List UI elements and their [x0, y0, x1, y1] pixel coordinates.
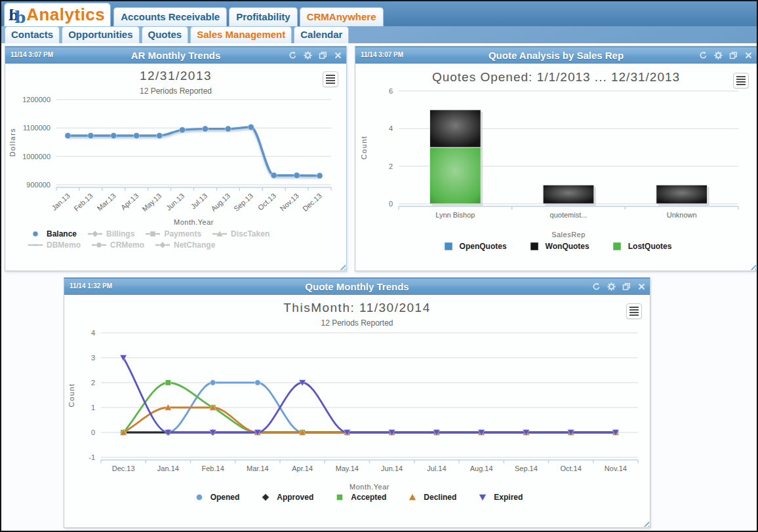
- popout-button[interactable]: [622, 282, 631, 291]
- svg-text:0: 0: [389, 200, 393, 208]
- svg-text:1200000: 1200000: [22, 96, 50, 104]
- legend-label: LostQuotes: [628, 242, 672, 251]
- refresh-icon: [699, 51, 708, 60]
- svg-text:quotemist...: quotemist...: [550, 211, 588, 219]
- legend-item-billings[interactable]: Billings: [87, 229, 134, 238]
- close-button[interactable]: [637, 282, 646, 291]
- square-legend-marker-icon: [145, 229, 161, 238]
- tab-contacts[interactable]: Contacts: [5, 26, 60, 43]
- square-legend-marker-icon: [527, 242, 542, 251]
- refresh-icon: [592, 282, 601, 291]
- legend-item-wonquotes[interactable]: WonQuotes: [527, 242, 589, 251]
- triangle-down-legend-marker-icon: [475, 493, 490, 502]
- settings-icon: [714, 51, 723, 60]
- legend-item-netchange[interactable]: NetChange: [155, 240, 215, 250]
- svg-text:May.13: May.13: [140, 192, 163, 214]
- legend-item-accepted[interactable]: Accepted: [332, 493, 386, 502]
- svg-text:Aug.14: Aug.14: [470, 465, 493, 472]
- tab-accounts-receivable[interactable]: Accounts Receivable: [113, 7, 227, 26]
- svg-text:Apr.14: Apr.14: [292, 465, 313, 472]
- tab-opportunities[interactable]: Opportunities: [62, 26, 139, 43]
- diamond-legend-marker-icon: [258, 493, 273, 502]
- logo-text: Analytics: [26, 5, 105, 25]
- svg-text:Oct.13: Oct.13: [256, 192, 277, 212]
- svg-text:4: 4: [389, 124, 393, 132]
- svg-text:Feb.14: Feb.14: [202, 465, 224, 472]
- svg-text:-1: -1: [89, 453, 95, 461]
- square-legend-marker-icon: [609, 242, 625, 251]
- navbar: db Analytics Accounts Receivable Profita…: [1, 1, 757, 43]
- tab-crmanywhere[interactable]: CRMAnywhere: [300, 7, 384, 26]
- settings-button[interactable]: [607, 282, 616, 291]
- circle-legend-marker-icon: [91, 240, 107, 250]
- legend-item-payments[interactable]: Payments: [145, 229, 201, 238]
- tab-quotes[interactable]: Quotes: [142, 26, 189, 43]
- triangle-up-legend-marker-icon: [212, 229, 228, 238]
- chart-menu-button[interactable]: [323, 71, 338, 87]
- legend-item-lostquotes[interactable]: LostQuotes: [609, 242, 672, 251]
- qmt-line-chart: -101234Dec.13Jan.14Feb.14Mar.14Apr.14May…: [66, 328, 648, 493]
- chart-menu-button[interactable]: [733, 73, 749, 88]
- svg-text:Unknown: Unknown: [667, 211, 697, 219]
- popout-button[interactable]: [319, 51, 327, 60]
- qmt-legend: OpenedApprovedAcceptedDeclinedExpired: [64, 493, 650, 502]
- logo[interactable]: db Analytics: [4, 3, 111, 26]
- popout-icon: [319, 51, 327, 60]
- close-icon: [637, 282, 646, 291]
- legend-item-disctaken[interactable]: DiscTaken: [212, 229, 269, 238]
- legend-label: Declined: [424, 493, 456, 502]
- legend-item-approved[interactable]: Approved: [258, 493, 313, 502]
- svg-text:Dec.13: Dec.13: [301, 192, 323, 213]
- legend-item-crmemo[interactable]: CRMemo: [91, 240, 144, 250]
- legend-item-opened[interactable]: Opened: [191, 493, 240, 502]
- svg-text:Nov.13: Nov.13: [279, 192, 300, 213]
- close-button[interactable]: [334, 51, 342, 60]
- legend-item-openquotes[interactable]: OpenQuotes: [441, 242, 507, 251]
- settings-button[interactable]: [304, 51, 312, 60]
- popout-button[interactable]: [729, 51, 738, 60]
- circle-legend-marker-icon: [191, 493, 207, 502]
- legend-item-expired[interactable]: Expired: [475, 493, 523, 502]
- close-button[interactable]: [744, 51, 753, 60]
- svg-text:6: 6: [389, 87, 393, 95]
- dashboard-page: db Analytics Accounts Receivable Profita…: [0, 0, 758, 532]
- svg-text:Jul.14: Jul.14: [427, 465, 446, 472]
- square-legend-marker-icon: [441, 242, 456, 251]
- panel-title: Quote Analysis by Sales Rep: [355, 50, 757, 61]
- refresh-button[interactable]: [699, 51, 708, 60]
- svg-text:Month.Year: Month.Year: [174, 218, 214, 226]
- legend-label: Payments: [164, 229, 201, 238]
- legend-item-balance[interactable]: Balance: [28, 229, 77, 238]
- svg-text:1: 1: [91, 404, 95, 411]
- legend-label: WonQuotes: [546, 242, 589, 251]
- popout-icon: [729, 51, 738, 60]
- panel-quote-analysis: 11/14 3:07 PM Quote Analysis by Sales Re…: [355, 46, 757, 271]
- legend-label: NetChange: [174, 240, 215, 250]
- tab-calendar[interactable]: Calendar: [294, 26, 349, 43]
- chart-title: 12/31/2013: [5, 69, 346, 83]
- legend-item-declined[interactable]: Declined: [405, 493, 456, 502]
- svg-text:Jan.14: Jan.14: [157, 465, 179, 472]
- svg-text:May.14: May.14: [336, 465, 359, 472]
- resize-grip[interactable]: [338, 263, 346, 270]
- chart-menu-button[interactable]: [626, 303, 642, 319]
- tab-sales-management[interactable]: Sales Management: [190, 26, 292, 43]
- settings-button[interactable]: [714, 51, 723, 60]
- refresh-icon: [289, 51, 297, 60]
- svg-text:Jun.14: Jun.14: [381, 465, 403, 472]
- refresh-button[interactable]: [289, 51, 297, 60]
- legend-item-dbmemo[interactable]: DBMemo: [28, 240, 81, 250]
- resize-grip[interactable]: [749, 263, 756, 270]
- svg-text:Oct.14: Oct.14: [560, 465, 581, 472]
- ar-legend: BalanceBillingsPaymentsDiscTakenDBMemoCR…: [28, 229, 324, 250]
- svg-text:Feb.13: Feb.13: [72, 192, 94, 213]
- nav-primary-row: db Analytics Accounts Receivable Profita…: [1, 1, 757, 26]
- panel-header: 11/14 3:07 PM AR Monthly Trends: [5, 47, 346, 64]
- chart-title: ThisMonth: 11/30/2014: [64, 301, 650, 315]
- resize-grip[interactable]: [642, 520, 649, 527]
- refresh-button[interactable]: [592, 282, 601, 291]
- tab-profitability[interactable]: Profitability: [229, 7, 298, 26]
- svg-text:0: 0: [91, 428, 95, 436]
- legend-label: DBMemo: [47, 240, 81, 250]
- popout-icon: [622, 282, 631, 291]
